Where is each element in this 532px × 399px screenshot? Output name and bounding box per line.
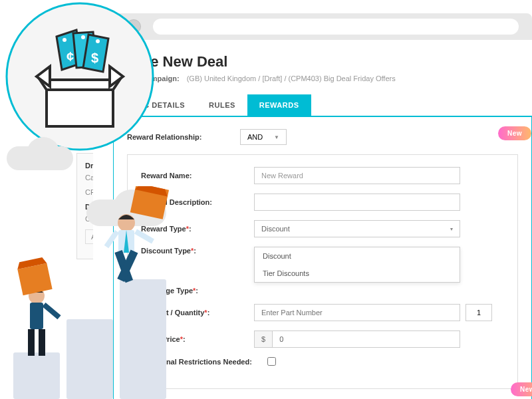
relationship-value: AND bbox=[247, 133, 263, 141]
url-bar[interactable] bbox=[153, 19, 519, 35]
discount-option-tier[interactable]: Tier Discounts bbox=[255, 265, 460, 282]
new-reward-button[interactable]: New bbox=[498, 126, 531, 140]
tab-basic-details[interactable]: BASIC DETAILS bbox=[113, 94, 197, 116]
currency-symbol: $ bbox=[254, 331, 273, 348]
svg-point-10 bbox=[29, 288, 45, 304]
new-reward-button-bottom[interactable]: New bbox=[511, 382, 532, 396]
chevron-down-icon: ▾ bbox=[450, 226, 453, 232]
reward-name-label: Reward Name: bbox=[141, 172, 254, 180]
reward-type-select[interactable]: Discount ▾ bbox=[254, 220, 460, 237]
fixed-price-input[interactable]: 0 bbox=[273, 331, 460, 348]
rewards-panel: Reward Relationship: AND ▼ New Reward Na… bbox=[113, 117, 532, 399]
svg-rect-13 bbox=[39, 329, 45, 356]
breadcrumb: Current Campaign: (GB) United Kingdom / … bbox=[113, 74, 532, 82]
reward-type-label: Reward Type*: bbox=[141, 225, 254, 233]
browser-toolbar: ‹ › bbox=[93, 13, 532, 40]
restrictions-checkbox[interactable] bbox=[267, 357, 276, 366]
nav-back-button[interactable]: ‹ bbox=[106, 19, 121, 34]
info-icon[interactable]: i bbox=[141, 368, 149, 376]
discount-type-label: Discount Type*: bbox=[141, 247, 254, 255]
reward-desc-label: Reward Description: bbox=[141, 198, 254, 206]
main-content: Create New Deal Current Campaign: (GB) U… bbox=[93, 40, 532, 399]
restrictions-label: Additional Restrictions Needed: bbox=[141, 358, 267, 366]
svg-rect-14 bbox=[17, 263, 52, 295]
svg-point-3 bbox=[81, 35, 85, 39]
tab-rules[interactable]: RULES bbox=[197, 94, 247, 116]
breadcrumb-label: Current Campaign: bbox=[113, 74, 180, 82]
svg-rect-20 bbox=[42, 303, 61, 319]
discount-option-discount[interactable]: Discount bbox=[255, 247, 460, 265]
reward-type-value: Discount bbox=[261, 225, 290, 233]
quantity-input[interactable] bbox=[466, 304, 492, 321]
svg-point-2 bbox=[63, 38, 66, 42]
page-title: Create New Deal bbox=[113, 53, 532, 70]
coverage-type-label: Coverage Type*: bbox=[141, 287, 254, 295]
relationship-select[interactable]: AND ▼ bbox=[240, 129, 287, 145]
tab-bar: BASIC DETAILS RULES REWARDS bbox=[113, 94, 532, 117]
svg-text:¢: ¢ bbox=[66, 49, 74, 64]
reward-desc-input[interactable]: . bbox=[254, 194, 460, 211]
discount-type-dropdown[interactable]: Discount Tier Discounts bbox=[254, 247, 460, 283]
svg-rect-11 bbox=[30, 303, 43, 329]
reward-name-input[interactable]: New Reward bbox=[254, 167, 460, 184]
breadcrumb-path: (GB) United Kingdom / [Draft] / (CPM403)… bbox=[187, 74, 396, 82]
svg-rect-12 bbox=[28, 329, 35, 356]
reward-form: Reward Name: New Reward Reward Descripti… bbox=[127, 154, 518, 389]
tab-rewards[interactable]: REWARDS bbox=[247, 94, 311, 116]
chevron-down-icon: ▼ bbox=[274, 134, 279, 140]
nav-forward-button[interactable]: › bbox=[126, 19, 141, 34]
product-qty-label: Product / Quantity*: bbox=[141, 309, 254, 317]
fixed-price-label: Fixed Price*: bbox=[141, 335, 254, 343]
product-input[interactable] bbox=[254, 304, 460, 321]
svg-rect-7 bbox=[13, 352, 60, 399]
relationship-label: Reward Relationship: bbox=[127, 133, 240, 141]
